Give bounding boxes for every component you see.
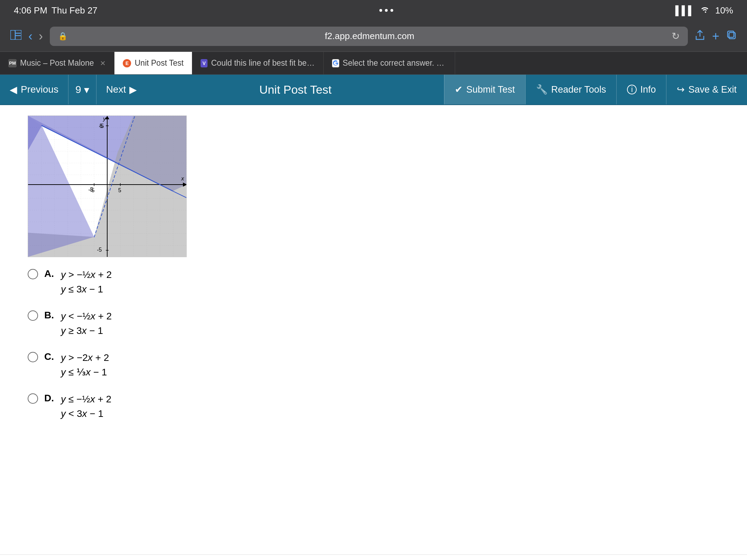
answer-letter-d: D.	[44, 393, 55, 404]
answer-b-line1: y < −½x + 2	[61, 311, 112, 321]
battery-status: 10%	[715, 5, 733, 16]
tab-favicon-pm: PM	[8, 59, 17, 67]
checkmark-icon: ✔	[455, 84, 463, 95]
browser-back-button[interactable]: ‹	[28, 29, 33, 44]
tab-favicon-edmentum: E	[123, 59, 131, 67]
answer-option-d: D. y ≤ −½x + 2 y < 3x − 1	[28, 392, 719, 421]
svg-text:-5: -5	[88, 187, 93, 193]
svg-text:5: 5	[100, 123, 103, 129]
info-button[interactable]: i Info	[616, 75, 666, 104]
wifi-icon	[700, 5, 710, 16]
answer-option-c: C. y > −2x + 2 y ≤ ⅓x − 1	[28, 351, 719, 380]
tab-label-pm: Music – Post Malone	[20, 58, 94, 68]
tab-label-select-correct: Select the correct answer. Regin...	[343, 58, 446, 68]
svg-rect-4	[728, 31, 734, 37]
new-tab-button[interactable]: +	[712, 29, 719, 44]
chevron-down-icon: ▾	[84, 84, 89, 96]
browser-actions: +	[695, 29, 737, 44]
svg-rect-5	[729, 32, 735, 39]
submit-label: Submit Test	[466, 84, 515, 95]
answer-text-b: y < −½x + 2 y ≥ 3x − 1	[61, 309, 112, 338]
app-nav-bar: ◀ Previous 9 ▾ Next ▶ Unit Post Test ✔ S…	[0, 75, 747, 105]
info-label: Info	[640, 84, 656, 95]
status-bar: 4:06 PM Thu Feb 27 ▌▌▌ 10%	[0, 0, 747, 21]
answer-option-b: B. y < −½x + 2 y ≥ 3x − 1	[28, 309, 719, 338]
exit-icon: ↪	[677, 84, 685, 95]
graph-container: x y -5 5 -5 5 -5 -5	[28, 115, 187, 257]
question-num-value: 9	[75, 84, 81, 95]
tab-line-of-best-fit[interactable]: V Could this line of best fit be used...	[192, 52, 324, 74]
prev-label: Previous	[21, 84, 58, 95]
next-arrow-icon: ▶	[129, 84, 137, 95]
url-text: f2.app.edmentum.com	[72, 31, 667, 41]
tab-favicon-violet: V	[201, 59, 208, 67]
svg-text:x: x	[181, 176, 184, 181]
answer-c-line1: y > −2x + 2	[61, 352, 109, 363]
answer-choices: A. y > −½x + 2 y ≤ 3x − 1 B. y < −½x + 2…	[28, 268, 719, 421]
answer-option-a: A. y > −½x + 2 y ≤ 3x − 1	[28, 268, 719, 297]
answer-c-line2: y ≤ ⅓x − 1	[61, 365, 109, 380]
reader-tools-button[interactable]: 🔧 Reader Tools	[525, 75, 617, 104]
main-content: x y -5 5 -5 5 -5 -5	[0, 105, 747, 554]
svg-text:y: y	[103, 116, 106, 122]
tab-label-unit-post-test: Unit Post Test	[135, 58, 183, 68]
answer-letter-c: C.	[44, 351, 55, 362]
tab-favicon-google	[332, 59, 339, 67]
radio-button-b[interactable]	[28, 310, 38, 321]
answer-letter-b: B.	[44, 310, 55, 321]
coordinate-graph: x y -5 5 -5 5 -5 -5	[28, 116, 186, 257]
browser-forward-button[interactable]: ›	[39, 29, 43, 44]
tab-close-pm[interactable]: ✕	[100, 59, 106, 67]
answer-a-line2: y ≤ 3x − 1	[61, 282, 112, 297]
svg-text:-5: -5	[97, 247, 102, 253]
nav-actions: ✔ Submit Test 🔧 Reader Tools i Info ↪ Sa…	[444, 75, 747, 104]
reader-tools-label: Reader Tools	[551, 84, 606, 95]
browser-chrome: ‹ › 🔒 f2.app.edmentum.com ↻ +	[0, 21, 747, 52]
status-dots	[379, 9, 393, 12]
tab-label-best-fit: Could this line of best fit be used...	[211, 58, 315, 68]
save-exit-button[interactable]: ↪ Save & Exit	[666, 75, 747, 104]
next-label: Next	[106, 84, 126, 95]
tab-unit-post-test[interactable]: E Unit Post Test	[114, 52, 192, 74]
tab-select-correct[interactable]: Select the correct answer. Regin...	[324, 52, 455, 74]
answer-text-d: y ≤ −½x + 2 y < 3x − 1	[61, 392, 111, 421]
question-number-selector[interactable]: 9 ▾	[68, 75, 96, 104]
answer-a-line1: y > −½x + 2	[61, 269, 112, 280]
answer-text-c: y > −2x + 2 y ≤ ⅓x − 1	[61, 351, 109, 380]
svg-rect-1	[10, 30, 21, 40]
answer-d-line1: y ≤ −½x + 2	[61, 394, 111, 404]
info-icon: i	[627, 85, 637, 94]
status-date: Thu Feb 27	[52, 5, 98, 16]
signal-icon: ▌▌▌	[675, 5, 694, 16]
submit-test-button[interactable]: ✔ Submit Test	[444, 75, 525, 104]
answer-letter-a: A.	[44, 268, 55, 279]
sidebar-toggle-button[interactable]	[10, 30, 21, 42]
radio-button-d[interactable]	[28, 393, 38, 404]
answer-d-line2: y < 3x − 1	[61, 407, 111, 421]
tabs-bar: PM Music – Post Malone ✕ E Unit Post Tes…	[0, 52, 747, 75]
next-button[interactable]: Next ▶	[96, 75, 147, 104]
previous-button[interactable]: ◀ Previous	[0, 75, 68, 104]
answer-text-a: y > −½x + 2 y ≤ 3x − 1	[61, 268, 112, 297]
radio-button-a[interactable]	[28, 269, 38, 279]
browser-nav: ‹ ›	[28, 29, 43, 44]
lock-icon: 🔒	[58, 32, 67, 41]
svg-text:5: 5	[118, 187, 121, 193]
tabs-button[interactable]	[726, 30, 737, 43]
reload-button[interactable]: ↻	[672, 30, 680, 42]
share-button[interactable]	[695, 29, 705, 44]
wrench-icon: 🔧	[536, 84, 548, 95]
address-bar[interactable]: 🔒 f2.app.edmentum.com ↻	[50, 27, 688, 46]
svg-rect-0	[10, 30, 15, 40]
tab-music-post-malone[interactable]: PM Music – Post Malone ✕	[0, 52, 114, 74]
page-title: Unit Post Test	[147, 83, 444, 96]
footer: © 2025 Edmentum. All rights reserved.	[0, 554, 747, 560]
radio-button-c[interactable]	[28, 352, 38, 362]
prev-arrow-icon: ◀	[10, 84, 17, 95]
save-exit-label: Save & Exit	[688, 84, 737, 95]
answer-b-line2: y ≥ 3x − 1	[61, 324, 112, 338]
status-time: 4:06 PM	[14, 5, 47, 16]
